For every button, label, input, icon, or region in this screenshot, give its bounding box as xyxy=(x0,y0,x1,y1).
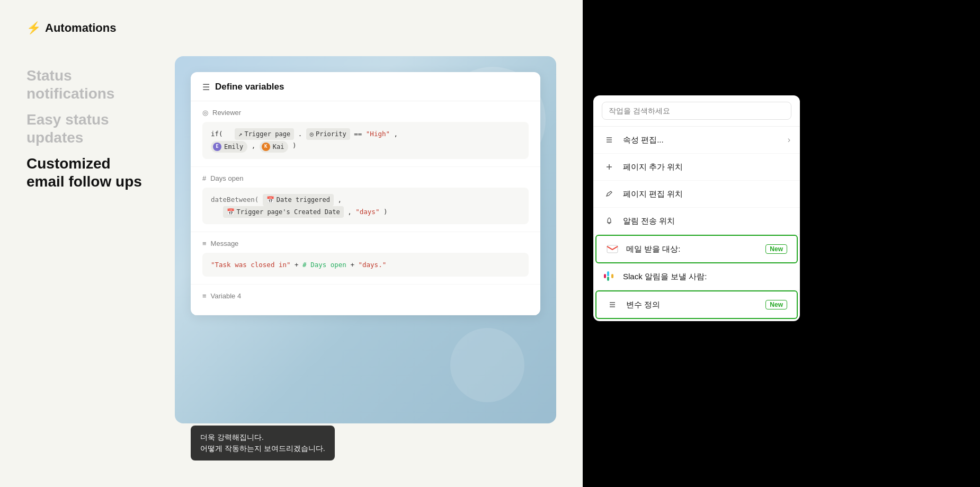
reviewer-label: ◎ Reviewer xyxy=(202,109,529,117)
subtitle-tooltip: 더욱 강력해집니다. 어떻게 작동하는지 보여드리겠습니다. xyxy=(191,426,335,461)
automations-header: ⚡ Automations xyxy=(26,21,556,35)
bolt-icon: ⚡ xyxy=(26,21,41,35)
menu-item-define-vars[interactable]: 변수 정의 New xyxy=(595,290,798,319)
variable4-icon: ≡ xyxy=(202,292,207,300)
svg-rect-6 xyxy=(604,274,606,278)
dropdown-card: 속성 편집... › 페이지 추가 위치 페이지 편집 위치 xyxy=(593,95,800,321)
gmail-label: 메일 받을 대상: xyxy=(626,244,758,254)
days-open-icon: # xyxy=(202,174,206,182)
list-icon xyxy=(603,134,616,146)
days-open-section: # Days open dateBetween( 📅 Date triggere… xyxy=(191,167,540,232)
variable4-section: ≡ Variable 4 xyxy=(191,285,540,315)
menu-item-notification[interactable]: 알림 전송 위치 xyxy=(593,208,800,235)
properties-label: 속성 편집... xyxy=(623,135,780,145)
edit-page-label: 페이지 편집 위치 xyxy=(623,189,790,199)
svg-rect-5 xyxy=(607,245,618,253)
days-open-code: dateBetween( 📅 Date triggered , 📅 Trigge… xyxy=(202,188,529,224)
reviewer-section: ◎ Reviewer if( ↗ Trigger page . ◎ Priori… xyxy=(191,101,540,167)
tooltip-line2: 어떻게 작동하는지 보여드리겠습니다. xyxy=(200,443,325,454)
kai-chip: K Kai xyxy=(260,141,289,153)
right-panel: 속성 편집... › 페이지 추가 위치 페이지 편집 위치 xyxy=(583,0,980,487)
gmail-new-badge: New xyxy=(765,244,787,254)
menu-item-properties[interactable]: 속성 편집... › xyxy=(593,127,800,154)
sidebar-item-easy-status[interactable]: Easy statusupdates xyxy=(26,111,143,146)
message-text: Message xyxy=(211,240,239,247)
define-vars-label: 변수 정의 xyxy=(626,300,758,310)
bell-icon xyxy=(603,215,616,227)
message-label: ≡ Message xyxy=(202,240,529,247)
automations-title: Automations xyxy=(45,21,116,35)
define-card-header: ☰ Define variables xyxy=(191,72,540,101)
gmail-icon xyxy=(606,243,619,255)
emily-chip: E 🅐 Emily , 🅐 Kai ) Emily xyxy=(211,141,247,153)
menu-item-edit-page[interactable]: 페이지 편집 위치 xyxy=(593,181,800,208)
define-card-title: Define variables xyxy=(215,82,284,92)
define-variables-card: ☰ Define variables ◎ Reviewer if( ↗ Trig… xyxy=(191,72,540,315)
notification-label: 알림 전송 위치 xyxy=(623,216,790,226)
reviewer-icon: ◎ xyxy=(202,109,208,117)
days-open-text: Days open xyxy=(210,174,243,182)
menu-item-gmail[interactable]: 메일 받을 대상: New xyxy=(595,235,798,263)
main-panel: ⚡ Automations Statusnotifications Easy s… xyxy=(0,0,583,487)
add-page-label: 페이지 추가 위치 xyxy=(623,162,790,172)
message-section: ≡ Message "Task was closed in" + # Days … xyxy=(191,232,540,285)
sidebar-item-status-notifications[interactable]: Statusnotifications xyxy=(26,67,143,102)
define-card-icon: ☰ xyxy=(202,82,210,92)
pencil-icon xyxy=(603,188,616,200)
reviewer-text: Reviewer xyxy=(212,109,241,117)
sidebar-nav: Statusnotifications Easy statusupdates C… xyxy=(26,56,143,466)
message-code: "Task was closed in" + # Days open + "da… xyxy=(202,253,529,277)
menu-item-add-page[interactable]: 페이지 추가 위치 xyxy=(593,154,800,181)
variable4-text: Variable 4 xyxy=(211,292,242,300)
define-vars-new-badge: New xyxy=(765,300,787,309)
chevron-right-icon: › xyxy=(788,135,790,145)
reviewer-code: if( ↗ Trigger page . ◎ Priority == "High… xyxy=(202,122,529,159)
days-open-label: # Days open xyxy=(202,174,529,182)
menu-item-slack[interactable]: Slack 알림을 보낼 사람: xyxy=(593,263,800,290)
svg-rect-9 xyxy=(611,274,613,278)
left-content: Statusnotifications Easy statusupdates C… xyxy=(26,56,556,466)
slack-label: Slack 알림을 보낼 사람: xyxy=(623,272,790,282)
variable4-label: ≡ Variable 4 xyxy=(202,292,529,300)
define-vars-icon xyxy=(606,298,619,311)
plus-icon xyxy=(603,161,616,173)
tooltip-line1: 더욱 강력해집니다. xyxy=(200,432,325,443)
slack-icon xyxy=(603,270,616,283)
search-box xyxy=(593,95,800,127)
svg-rect-8 xyxy=(607,277,609,281)
card-area: ☰ Define variables ◎ Reviewer if( ↗ Trig… xyxy=(175,56,556,466)
svg-rect-10 xyxy=(607,274,609,276)
message-icon: ≡ xyxy=(202,240,207,247)
sidebar-item-email-followups[interactable]: Customizedemail follow ups xyxy=(26,155,143,190)
search-input[interactable] xyxy=(602,102,791,120)
